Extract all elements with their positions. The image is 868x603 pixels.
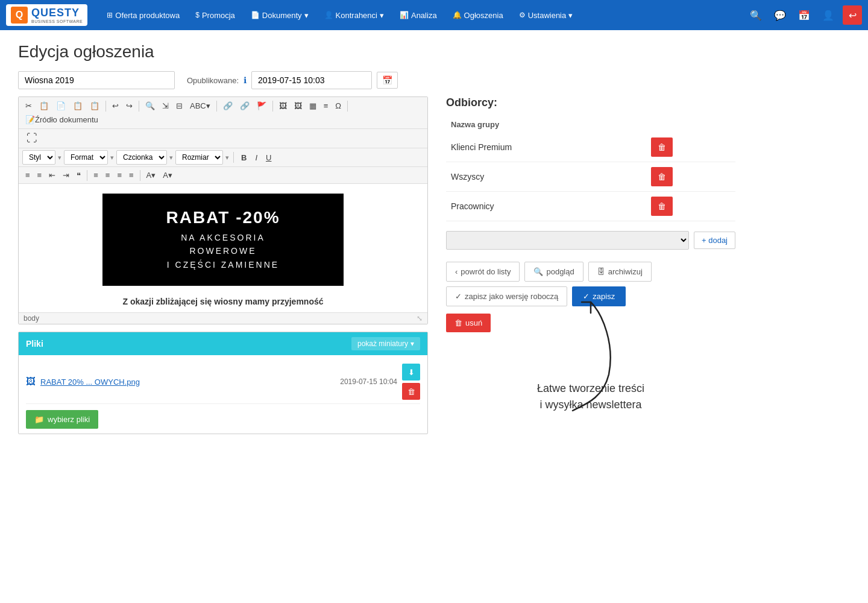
trash-icon: 🗑 [454, 318, 462, 327]
unordered-list-btn[interactable]: ≡ [34, 169, 45, 182]
bell-icon: 🔔 [453, 11, 462, 19]
italic-btn[interactable]: I [252, 151, 260, 164]
paste-btn[interactable]: 📄 [53, 99, 69, 112]
ordered-list-btn[interactable]: ≡ [22, 169, 33, 182]
spell-btn[interactable]: ABC▾ [187, 99, 213, 112]
promo-title: RABAT -20% [115, 208, 332, 227]
align-btn[interactable]: ≡ [321, 99, 332, 112]
nav-item-ogloszenia[interactable]: 🔔 Ogłoszenia [445, 7, 511, 24]
search-btn[interactable]: 🔍 [746, 5, 766, 25]
page-content: Edycja ogłoszenia Opublikowane: ℹ 📅 ✂ 📋 … [0, 30, 868, 446]
form-top-row: Opublikowane: ℹ 📅 [18, 71, 850, 89]
separator [140, 170, 140, 181]
align-justify-btn[interactable]: ≡ [126, 169, 137, 182]
show-thumbnails-btn[interactable]: pokaż miniatury ▾ [351, 337, 420, 350]
link-btn[interactable]: 🔗 [220, 99, 236, 112]
nav-right: 🔍 💬 📅 👤 ↩ [746, 5, 862, 25]
promo-banner: RABAT -20% NA AKCESORIA ROWEROWE I CZĘŚC… [102, 194, 344, 286]
published-date-input[interactable] [251, 71, 372, 89]
underline-btn[interactable]: U [263, 151, 274, 164]
search-replace-btn[interactable]: 🔍 [142, 99, 158, 112]
nav-item-kontrahenci[interactable]: 👤 Kontrahenci ▾ [317, 7, 391, 24]
image-btn[interactable]: 🖼 [276, 99, 290, 112]
separator [347, 101, 348, 112]
file-name[interactable]: RABAT 20% ... OWYCH.png [40, 377, 340, 387]
bg-color-btn[interactable]: A▾ [160, 169, 175, 182]
separator [272, 101, 273, 112]
files-section: Pliki pokaż miniatury ▾ 🖼 RABAT 20% ... … [18, 332, 428, 434]
increase-indent-btn[interactable]: ⇥ [60, 169, 72, 182]
select-all-btn[interactable]: ⇲ [159, 99, 172, 112]
file-date: 2019-07-15 10:04 [340, 377, 397, 386]
unlink-btn[interactable]: 🔗 [237, 99, 253, 112]
chevron-left-icon: ‹ [455, 267, 458, 276]
nav-item-ustawienia[interactable]: ⚙ Ustawienia ▾ [512, 7, 580, 24]
nav-item-oferta[interactable]: ⊞ Oferta produktowa [99, 7, 187, 24]
resize-handle[interactable]: ⤡ [417, 314, 423, 323]
redo-btn[interactable]: ↪ [123, 99, 136, 112]
calendar-nav-btn[interactable]: 📅 [794, 5, 814, 25]
file-download-btn[interactable]: ⬇ [402, 364, 420, 380]
font-color-btn[interactable]: A▾ [143, 169, 159, 182]
align-left-btn[interactable]: ≡ [90, 169, 101, 182]
table-row: Wszyscy 🗑 [446, 162, 735, 192]
file-delete-btn[interactable]: 🗑 [402, 383, 420, 400]
anchor-btn[interactable]: 🚩 [254, 99, 269, 112]
announcement-name-input[interactable] [18, 71, 175, 89]
editor-tag-label: body [24, 314, 39, 323]
blockquote-btn[interactable]: ❝ [74, 169, 84, 182]
flash-btn[interactable]: 🖼 [291, 99, 305, 112]
info-icon[interactable]: ℹ [244, 75, 247, 85]
preview-btn[interactable]: 🔍 podgląd [524, 262, 583, 282]
expand-editor-btn[interactable]: ⛶ [24, 130, 40, 147]
back-to-list-btn[interactable]: ‹ powrót do listy [446, 262, 520, 282]
calendar-button[interactable]: 📅 [377, 72, 398, 89]
editor-image-block: RABAT -20% NA AKCESORIA ROWEROWE I CZĘŚC… [19, 184, 427, 291]
document-icon: 📄 [251, 11, 260, 19]
user-nav-btn[interactable]: 👤 [819, 5, 838, 25]
logo[interactable]: Q QUESTY BUSINESS SOFTWARE [6, 4, 87, 26]
align-right-btn[interactable]: ≡ [114, 169, 125, 182]
gear-icon: ⚙ [519, 11, 526, 19]
editor-toolbar-row2: Styl ▾ Format ▾ Czcionka ▾ Rozmiar ▾ [19, 148, 427, 167]
delete-btn[interactable]: 🗑 usuń [446, 314, 491, 332]
arrow-annotation [555, 296, 627, 417]
copy-btn[interactable]: 📋 [36, 99, 52, 112]
style-dropdown[interactable]: Styl [22, 150, 55, 165]
recipients-section: Odbiorcy: Nazwa grupy Klienci Premium 🗑 [446, 96, 735, 434]
chat-btn[interactable]: 💬 [770, 5, 790, 25]
paste-word-btn[interactable]: 📋 [87, 99, 102, 112]
recipient-select[interactable] [446, 231, 689, 250]
nav-item-analiza[interactable]: 📊 Analiza [392, 7, 444, 24]
bold-btn[interactable]: B [238, 151, 250, 164]
delete-recipient-btn[interactable]: 🗑 [651, 197, 673, 216]
nav-item-dokumenty[interactable]: 📄 Dokumenty ▾ [244, 7, 316, 24]
size-dropdown[interactable]: Rozmiar [175, 150, 223, 165]
files-list: 🖼 RABAT 20% ... OWYCH.png 2019-07-15 10:… [19, 355, 427, 434]
special-char-btn[interactable]: Ω [332, 99, 344, 112]
archive-btn[interactable]: 🗄 archiwizuj [588, 262, 652, 282]
align-center-btn[interactable]: ≡ [102, 169, 113, 182]
format-dropdown[interactable]: Format [64, 150, 108, 165]
undo-btn[interactable]: ↩ [109, 99, 122, 112]
format-btn[interactable]: ⊟ [173, 99, 186, 112]
logout-btn[interactable]: ↩ [843, 5, 862, 25]
choose-files-btn[interactable]: 📁 wybierz pliki [26, 410, 98, 429]
draft-btn[interactable]: ✓ zapisz jako wersję roboczą [446, 286, 567, 306]
delete-recipient-btn[interactable]: 🗑 [651, 137, 673, 157]
logo-subtitle: BUSINESS SOFTWARE [31, 19, 83, 24]
cut-btn[interactable]: ✂ [22, 99, 35, 112]
logo-icon: Q [11, 7, 28, 24]
editor-toolbar-row1: ✂ 📋 📄 📋 📋 ↩ ↪ 🔍 ⇲ ⊟ ABC▾ 🔗 🔗 � [19, 97, 427, 129]
decrease-indent-btn[interactable]: ⇤ [46, 169, 58, 182]
annotation-section: Łatwe tworzenie treści i wysyłka newslet… [446, 344, 735, 413]
nav-item-promocja[interactable]: $ Promocja [188, 7, 242, 24]
font-dropdown[interactable]: Czcionka [116, 150, 167, 165]
table-btn[interactable]: ▦ [306, 99, 319, 112]
grid-icon: ⊞ [107, 11, 113, 19]
editor-body[interactable]: RABAT -20% NA AKCESORIA ROWEROWE I CZĘŚC… [19, 184, 427, 312]
delete-recipient-btn[interactable]: 🗑 [651, 167, 673, 186]
source-btn[interactable]: 📝 Źródło dokumentu [22, 113, 101, 126]
add-recipient-btn[interactable]: + dodaj [694, 232, 735, 249]
paste-text-btn[interactable]: 📋 [70, 99, 86, 112]
